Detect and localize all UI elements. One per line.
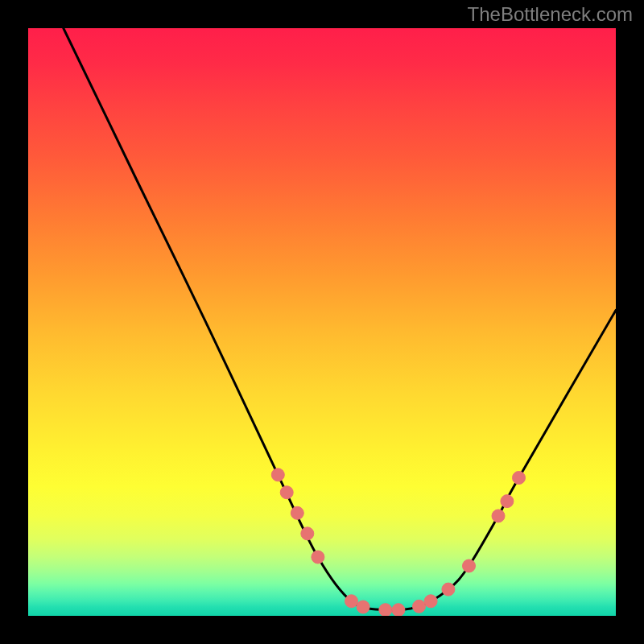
gradient-background [28,28,616,616]
attribution-text: TheBottleneck.com [468,3,633,26]
chart-frame: TheBottleneck.com [0,0,644,644]
plot-area [28,28,616,616]
